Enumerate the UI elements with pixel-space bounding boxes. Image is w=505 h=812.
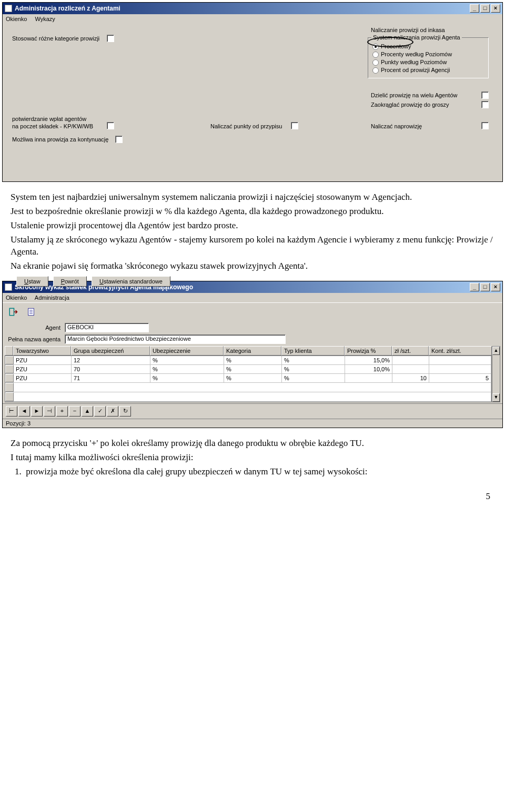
- stawki-window: Skrócony wykaz stawek prowizyjnych Agent…: [2, 281, 503, 428]
- nav-button-8[interactable]: ✗: [107, 406, 118, 417]
- cell[interactable]: PZU: [14, 365, 72, 373]
- row-selector-header: [5, 346, 13, 356]
- cell[interactable]: 71: [72, 374, 150, 382]
- table-row[interactable]: PZU12%%%15,0%: [5, 356, 491, 365]
- menu-wykazy[interactable]: Wykazy: [35, 16, 55, 22]
- col-typ[interactable]: Typ klienta: [281, 346, 345, 356]
- grid-body[interactable]: PZU12%%%15,0%PZU70%%%10,0%PZU71%%%105: [5, 356, 492, 402]
- cell[interactable]: PZU: [14, 356, 72, 364]
- nav-button-6[interactable]: ▲: [82, 406, 93, 417]
- exit-icon[interactable]: [6, 305, 21, 319]
- checkbox-naliczac-nap[interactable]: [481, 122, 489, 129]
- paragraph: Ustalenie prowizji procentowej dla Agent…: [11, 220, 494, 232]
- label-zaokraglac: Zaokrąglać prowizję do groszy: [371, 102, 449, 108]
- ustawienia-std-button[interactable]: Ustawienia standardowe: [92, 276, 170, 287]
- menu-okienko[interactable]: Okienko: [6, 16, 27, 22]
- cell[interactable]: [392, 356, 429, 364]
- col-kategoria[interactable]: Kategoria: [224, 346, 281, 356]
- label-naliczac-nap: Naliczać naprowizję: [371, 123, 422, 129]
- col-zl-szt[interactable]: zł /szt.: [392, 346, 429, 356]
- menu-administracja[interactable]: Administracja: [35, 295, 69, 301]
- paragraph: Ustalamy ją ze skróconego wykazu Agentów…: [11, 234, 494, 258]
- col-prowizja[interactable]: Prowizja %: [345, 346, 392, 356]
- checkbox-dzielic[interactable]: [481, 92, 489, 99]
- cell[interactable]: PZU: [14, 374, 72, 382]
- col-kont[interactable]: Kont. zł/szt.: [429, 346, 492, 356]
- cell[interactable]: %: [150, 374, 224, 382]
- col-ubezpieczenie[interactable]: Ubezpieczenie: [150, 346, 224, 356]
- radio-punkty-poziomow[interactable]: Punkty według Poziomów: [372, 59, 484, 66]
- minimize-button[interactable]: _: [470, 283, 479, 291]
- body-text-2: Za pomocą przycisku '+' po kolei określa…: [11, 438, 494, 478]
- menubar: Okienko Administracja: [3, 293, 502, 302]
- group-legend: System naliczania prowizji Agenta: [371, 34, 462, 40]
- nav-button-1[interactable]: ◄: [18, 406, 30, 417]
- cell[interactable]: %: [282, 374, 345, 382]
- app-icon: [5, 5, 12, 12]
- close-button[interactable]: ×: [491, 283, 500, 291]
- nav-button-3[interactable]: ⊣: [44, 406, 55, 417]
- cell[interactable]: %: [224, 365, 282, 373]
- col-grupa[interactable]: Grupa ubezpieczeń: [71, 346, 150, 356]
- cell[interactable]: [392, 365, 429, 373]
- powrot-button[interactable]: Powrót: [53, 276, 87, 287]
- table-row[interactable]: PZU71%%%105: [5, 374, 491, 383]
- menu-okienko[interactable]: Okienko: [6, 295, 27, 301]
- input-agent[interactable]: GEBOCKI: [65, 323, 149, 332]
- cell[interactable]: [429, 356, 491, 364]
- radio-procenty-poziomow[interactable]: Procenty według Poziomów: [372, 51, 484, 58]
- svg-rect-0: [9, 308, 14, 316]
- scroll-down-icon[interactable]: ▼: [492, 393, 500, 402]
- cell[interactable]: %: [224, 356, 282, 364]
- row-selector[interactable]: [5, 374, 14, 382]
- maximize-button[interactable]: □: [480, 283, 490, 291]
- cell[interactable]: %: [224, 374, 282, 382]
- cell[interactable]: 15,0%: [345, 356, 392, 364]
- ustaw-button[interactable]: Ustaw: [16, 276, 48, 287]
- nav-button-7[interactable]: ✓: [94, 406, 106, 417]
- nav-button-9[interactable]: ↻: [119, 406, 131, 417]
- close-button[interactable]: ×: [491, 4, 500, 13]
- document-icon[interactable]: [24, 305, 38, 319]
- table-row[interactable]: PZU70%%%10,0%: [5, 365, 491, 374]
- col-towarzystwo[interactable]: Towarzystwo: [13, 346, 71, 356]
- checkbox-zaokraglac[interactable]: [481, 101, 489, 108]
- cell[interactable]: 12: [72, 356, 150, 364]
- nav-button-5[interactable]: −: [69, 406, 80, 417]
- minimize-button[interactable]: _: [470, 4, 479, 13]
- window-title: Administracja rozliczeń z Agentami: [15, 5, 120, 12]
- nav-button-2[interactable]: ►: [31, 406, 43, 417]
- radio-procent-agencji[interactable]: Procent od prowizji Agencji: [372, 67, 484, 74]
- cell[interactable]: [345, 374, 392, 382]
- cell[interactable]: %: [150, 356, 224, 364]
- cell[interactable]: 10,0%: [345, 365, 392, 373]
- nav-button-0[interactable]: ⊢: [6, 406, 17, 417]
- nav-button-4[interactable]: +: [56, 406, 68, 417]
- input-pelna-nazwa[interactable]: Marcin Gębocki Pośrednictwo Ubezpieczeni…: [65, 334, 286, 344]
- checkbox-mozliwa[interactable]: [115, 136, 123, 143]
- cell[interactable]: %: [282, 365, 345, 373]
- scroll-up-icon[interactable]: ▲: [492, 347, 500, 355]
- menubar: Okienko Wykazy: [3, 14, 502, 24]
- row-selector[interactable]: [5, 356, 14, 364]
- label-agent: Agent: [7, 324, 65, 331]
- radio-procentowy[interactable]: Procentowy: [372, 43, 484, 50]
- checkbox-naliczac-punkty[interactable]: [291, 122, 298, 129]
- cell[interactable]: [429, 365, 491, 373]
- cell[interactable]: 5: [429, 374, 491, 382]
- checkbox-stosowac[interactable]: [107, 35, 114, 42]
- grid: Towarzystwo Grupa ubezpieczeń Ubezpiecze…: [5, 346, 500, 402]
- cell[interactable]: %: [282, 356, 345, 364]
- row-selector[interactable]: [5, 365, 14, 373]
- paragraph: System ten jest najbardziej uniwersalnym…: [11, 191, 494, 204]
- cell[interactable]: %: [150, 365, 224, 373]
- checkbox-potw[interactable]: [107, 122, 114, 129]
- maximize-button[interactable]: □: [480, 4, 490, 13]
- group-system-naliczania: System naliczania prowizji Agenta Procen…: [368, 37, 489, 78]
- titlebar[interactable]: Administracja rozliczeń z Agentami _ □ ×: [3, 3, 502, 14]
- vertical-scrollbar[interactable]: ▲ ▼: [492, 346, 500, 402]
- cell[interactable]: 70: [72, 365, 150, 373]
- toolbar: [3, 302, 502, 321]
- label-pelna-nazwa: Pełna nazwa agenta: [7, 336, 65, 342]
- cell[interactable]: 10: [392, 374, 429, 382]
